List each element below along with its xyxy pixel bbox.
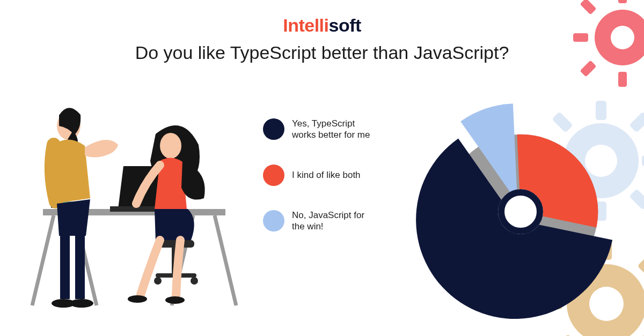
svg-rect-41 <box>75 235 85 299</box>
svg-point-49 <box>191 277 198 285</box>
chart-legend: Yes, TypeScript works better for me I ki… <box>263 118 381 256</box>
brand-part1: Intelli <box>283 15 328 35</box>
legend-swatch <box>263 118 284 140</box>
svg-line-34 <box>215 215 236 305</box>
svg-point-44 <box>160 133 181 159</box>
legend-label: No, JavaScript for the win! <box>292 210 375 233</box>
brand-part2: soft <box>328 15 361 35</box>
pie-chart <box>392 80 644 336</box>
svg-line-31 <box>32 215 54 305</box>
brand-logo: Intellisoft <box>0 0 644 36</box>
chart-title: Do you like TypeScript better than JavaS… <box>0 42 644 63</box>
svg-point-55 <box>506 197 536 227</box>
legend-label: Yes, TypeScript works better for me <box>292 118 375 141</box>
people-desk-illustration <box>21 96 247 311</box>
legend-item: I kind of like both <box>263 165 381 186</box>
svg-point-51 <box>165 296 185 304</box>
legend-swatch <box>263 210 284 232</box>
legend-label: I kind of like both <box>292 169 361 181</box>
svg-rect-40 <box>60 235 70 299</box>
svg-point-48 <box>154 277 162 285</box>
legend-item: Yes, TypeScript works better for me <box>263 118 381 141</box>
legend-swatch <box>263 165 284 186</box>
svg-point-43 <box>70 299 93 308</box>
legend-item: No, JavaScript for the win! <box>263 210 381 233</box>
svg-point-50 <box>128 295 147 303</box>
